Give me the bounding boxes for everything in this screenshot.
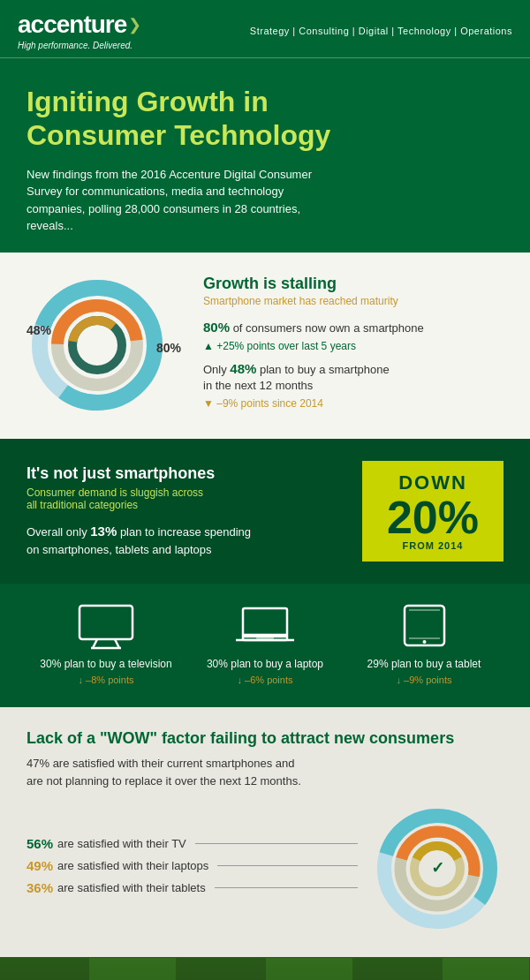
svg-text:✓: ✓ bbox=[431, 859, 444, 877]
donut-label-48: 48% bbox=[26, 323, 51, 337]
middle-stat: Overall only 13% plan to increase spendi… bbox=[26, 522, 344, 559]
tablet-label: 29% plan to buy a tablet bbox=[344, 657, 504, 672]
footer-grid-cell bbox=[177, 957, 265, 980]
growth-pct-1: 80% bbox=[203, 320, 230, 335]
sat-line-tv bbox=[195, 843, 358, 844]
hero-subtitle: New findings from the 2016 Accenture Dig… bbox=[26, 166, 327, 235]
sat-item-tablet: 36% are satisfied with their tablets bbox=[26, 880, 362, 895]
wow-bottom: 56% are satisfied with their TV 49% are … bbox=[26, 803, 504, 935]
svg-point-15 bbox=[422, 640, 426, 644]
sat-label-tablet: are satisfied with their tablets bbox=[57, 881, 206, 894]
middle-subtitle: Consumer demand is sluggish acrossall tr… bbox=[26, 486, 344, 511]
sat-pct-tv: 56% bbox=[26, 836, 53, 851]
growth-stat-1: 80% of consumers now own a smartphone bbox=[203, 318, 424, 336]
devices-section: 30% plan to buy a television ↓ –8% point… bbox=[0, 584, 530, 707]
growth-subtitle: Smartphone market has reached maturity bbox=[203, 295, 424, 307]
sat-label-tv: are satisfied with their TV bbox=[57, 837, 186, 850]
growth-title: Growth is stalling bbox=[203, 275, 424, 293]
donut-chart-1: 48% 80% bbox=[26, 275, 186, 416]
footer-grid-cell bbox=[353, 957, 442, 980]
growth-pct-2: 48% bbox=[230, 361, 256, 376]
logo-area: accenture ❯ High performance. Delivered. bbox=[18, 11, 141, 50]
footer-grid-cell bbox=[0, 957, 88, 980]
footer-grid-cell bbox=[88, 957, 177, 980]
growth-section: 48% 80% Growth is stalling Smartphone ma… bbox=[0, 253, 530, 440]
footer-grid-cell bbox=[442, 957, 530, 980]
tv-drop: ↓ –8% points bbox=[26, 675, 186, 685]
wow-section: Lack of a "WOW" factor failing to attrac… bbox=[0, 707, 530, 957]
sat-line-tablet bbox=[215, 887, 358, 888]
footer-grid bbox=[0, 957, 530, 980]
wow-subtitle: 47% are satisfied with their current sma… bbox=[26, 755, 309, 789]
hero-section: Igniting Growth inConsumer Technology Ne… bbox=[0, 58, 530, 253]
tablet-icon bbox=[344, 601, 504, 650]
navigation: Strategy | Consulting | Digital | Techno… bbox=[250, 26, 512, 36]
laptop-drop: ↓ –6% points bbox=[186, 675, 344, 685]
footer-image bbox=[0, 957, 530, 980]
down-number: 20% bbox=[378, 494, 488, 540]
sat-label-laptop: are satisfied with their laptops bbox=[57, 859, 208, 872]
growth-stat-2: Only 48% plan to buy a smartphonein the … bbox=[203, 359, 424, 394]
svg-rect-10 bbox=[243, 608, 287, 637]
tv-icon bbox=[26, 601, 186, 650]
middle-pct: 13% bbox=[90, 524, 117, 539]
svg-rect-14 bbox=[405, 606, 444, 645]
svg-line-8 bbox=[115, 639, 119, 648]
svg-rect-13 bbox=[256, 637, 274, 639]
svg-line-7 bbox=[93, 639, 97, 648]
device-tablet: 29% plan to buy a tablet ↓ –9% points bbox=[344, 601, 504, 685]
middle-section: It's not just smartphones Consumer deman… bbox=[0, 439, 530, 584]
footer-grid-cell bbox=[265, 957, 353, 980]
growth-content: Growth is stalling Smartphone market has… bbox=[203, 275, 424, 418]
tv-label: 30% plan to buy a television bbox=[26, 657, 186, 672]
header: accenture ❯ High performance. Delivered.… bbox=[0, 0, 530, 58]
sat-pct-tablet: 36% bbox=[26, 880, 53, 895]
tagline: High performance. Delivered. bbox=[18, 41, 141, 50]
down-box: DOWN 20% FROM 2014 bbox=[362, 461, 504, 562]
device-tv: 30% plan to buy a television ↓ –8% point… bbox=[26, 601, 186, 685]
svg-rect-6 bbox=[80, 606, 132, 639]
satisfaction-list: 56% are satisfied with their TV 49% are … bbox=[26, 836, 362, 902]
wow-title: Lack of a "WOW" factor failing to attrac… bbox=[26, 729, 504, 748]
sat-item-tv: 56% are satisfied with their TV bbox=[26, 836, 362, 851]
device-laptop: 30% plan to buy a laptop ↓ –6% points bbox=[186, 601, 344, 685]
laptop-label: 30% plan to buy a laptop bbox=[186, 657, 344, 672]
growth-change-1: +25% points over last 5 years bbox=[203, 340, 424, 352]
middle-title: It's not just smartphones bbox=[26, 464, 344, 483]
donut-chart-2: ✓ bbox=[371, 803, 504, 935]
logo: accenture ❯ bbox=[18, 11, 141, 39]
donut-label-80: 80% bbox=[156, 341, 181, 355]
growth-change-2: –9% points since 2014 bbox=[203, 397, 424, 410]
laptop-icon bbox=[186, 601, 344, 650]
donut-svg-1 bbox=[26, 275, 168, 416]
tablet-drop: ↓ –9% points bbox=[344, 675, 504, 685]
sat-pct-laptop: 49% bbox=[26, 858, 53, 873]
sat-item-laptop: 49% are satisfied with their laptops bbox=[26, 858, 362, 873]
middle-text: It's not just smartphones Consumer deman… bbox=[26, 464, 344, 559]
sat-line-laptop bbox=[217, 865, 358, 866]
hero-title: Igniting Growth inConsumer Technology bbox=[26, 85, 504, 153]
